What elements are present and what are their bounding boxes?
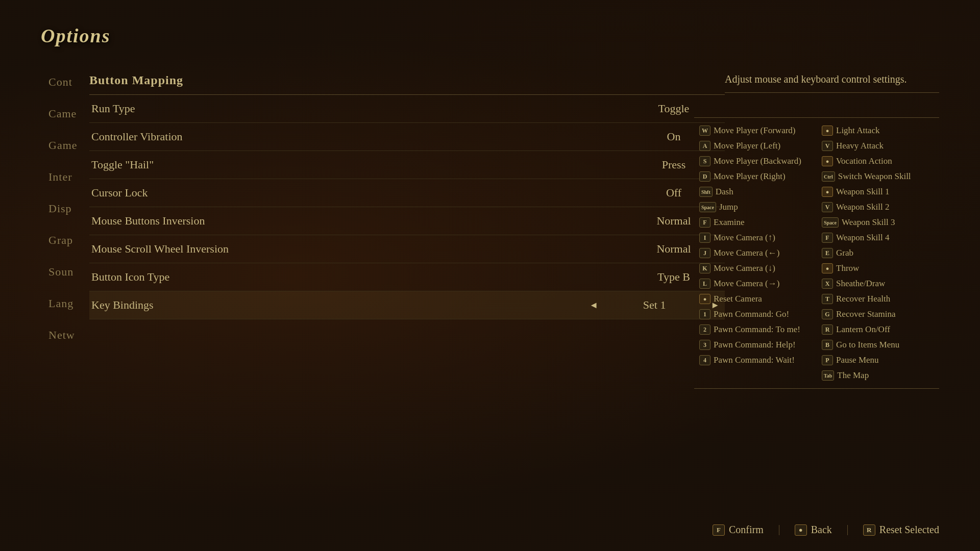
- key-tab: Tab: [822, 370, 834, 381]
- separator-1: [779, 525, 779, 535]
- keybinding-recover-stamina: G Recover Stamina: [822, 307, 934, 322]
- keybinding-dash: Shft Dash: [699, 184, 812, 199]
- key-r: R: [822, 324, 833, 335]
- keybinding-weapon-skill-3: Space Weapon Skill 3: [822, 215, 934, 230]
- keybinding-lantern: R Lantern On/Off: [822, 322, 934, 337]
- section-header: Button Mapping: [89, 66, 725, 95]
- keybinding-pawn-help: 3 Pawn Command: Help!: [699, 337, 812, 353]
- settings-value-key-bindings: Set 1: [603, 298, 705, 312]
- key-v-heavy: V: [822, 141, 833, 151]
- key-b: B: [822, 340, 833, 350]
- key-1: 1: [699, 309, 710, 319]
- key-k: K: [699, 263, 710, 273]
- key-t: T: [822, 294, 833, 304]
- settings-row-toggle-hail[interactable]: Toggle "Hail" Press: [89, 151, 725, 179]
- key-light-attack: ●: [822, 126, 833, 136]
- keybinding-reset-camera: ● Reset Camera: [699, 291, 812, 307]
- keybinding-pawn-go: 1 Pawn Command: Go!: [699, 307, 812, 322]
- keybinding-examine: F Examine: [699, 215, 812, 230]
- keybinding-pawn-wait: 4 Pawn Command: Wait!: [699, 353, 812, 368]
- keybinding-move-right: D Move Player (Right): [699, 169, 812, 184]
- keybinding-move-left: A Move Player (Left): [699, 138, 812, 154]
- description-text: Adjust mouse and keyboard control settin…: [725, 66, 939, 93]
- keybinding-recover-health: T Recover Health: [822, 291, 934, 307]
- settings-label-controller-vibration: Controller Vibration: [89, 130, 623, 143]
- settings-label-mouse-buttons: Mouse Buttons Inversion: [89, 214, 623, 228]
- bottom-bar: F Confirm ● Back R Reset Selected: [713, 524, 939, 536]
- key-s: S: [699, 156, 710, 166]
- settings-label-key-bindings: Key Bindings: [89, 298, 584, 312]
- key-l: L: [699, 279, 710, 289]
- key-space: Space: [699, 202, 716, 212]
- settings-label-run-type: Run Type: [89, 102, 623, 115]
- keybinding-camera-down: K Move Camera (↓): [699, 261, 812, 276]
- keybindings-left-col: W Move Player (Forward) A Move Player (L…: [694, 123, 817, 383]
- keybinding-move-forward: W Move Player (Forward): [699, 123, 812, 138]
- reset-selected-action[interactable]: R Reset Selected: [863, 524, 939, 536]
- key-throw: ●: [822, 263, 833, 273]
- keybinding-weapon-skill-4: F Weapon Skill 4: [822, 230, 934, 245]
- key-f-ws4: F: [822, 233, 833, 243]
- key-space-ws3: Space: [822, 217, 839, 228]
- settings-label-toggle-hail: Toggle "Hail": [89, 158, 623, 171]
- keybinding-heavy-attack: V Heavy Attack: [822, 138, 934, 154]
- keybinding-throw: ● Throw: [822, 261, 934, 276]
- settings-row-mouse-buttons[interactable]: Mouse Buttons Inversion Normal: [89, 207, 725, 235]
- sidebar-item-network[interactable]: Netw: [41, 319, 112, 351]
- keybinding-camera-left: J Move Camera (←): [699, 245, 812, 261]
- back-key: ●: [795, 524, 807, 536]
- keybinding-map: Tab The Map: [822, 368, 934, 383]
- keybinding-move-backward: S Move Player (Backward): [699, 154, 812, 169]
- settings-row-run-type[interactable]: Run Type Toggle: [89, 95, 725, 123]
- settings-label-cursor-lock: Cursor Lock: [89, 186, 623, 199]
- keybindings-panel: W Move Player (Forward) A Move Player (L…: [694, 117, 939, 389]
- key-f: F: [699, 217, 710, 228]
- key-ctrl: Ctrl: [822, 171, 835, 182]
- description-panel: Adjust mouse and keyboard control settin…: [725, 66, 939, 103]
- key-2: 2: [699, 324, 710, 335]
- key-reset-camera: ●: [699, 294, 710, 304]
- keybinding-light-attack: ● Light Attack: [822, 123, 934, 138]
- key-shift: Shft: [699, 187, 713, 197]
- keybinding-camera-right: L Move Camera (→): [699, 276, 812, 291]
- settings-row-cursor-lock[interactable]: Cursor Lock Off: [89, 179, 725, 207]
- key-d: D: [699, 171, 710, 182]
- settings-label-mouse-scroll: Mouse Scroll Wheel Inversion: [89, 242, 623, 256]
- separator-2: [847, 525, 848, 535]
- back-label: Back: [811, 524, 832, 536]
- keybinding-camera-up: I Move Camera (↑): [699, 230, 812, 245]
- key-e: E: [822, 248, 833, 258]
- key-vocation: ●: [822, 156, 833, 166]
- settings-label-button-icon: Button Icon Type: [89, 270, 623, 284]
- confirm-label: Confirm: [729, 524, 764, 536]
- key-g: G: [822, 309, 833, 319]
- arrow-left-icon[interactable]: ◄: [584, 300, 603, 311]
- key-v-ws2: V: [822, 202, 833, 212]
- keybinding-pause: P Pause Menu: [822, 353, 934, 368]
- key-p: P: [822, 355, 833, 365]
- key-3: 3: [699, 340, 710, 350]
- reset-key: R: [863, 524, 875, 536]
- page-title: Options: [41, 24, 110, 47]
- confirm-action[interactable]: F Confirm: [713, 524, 764, 536]
- settings-row-button-icon[interactable]: Button Icon Type Type B: [89, 263, 725, 291]
- settings-row-controller-vibration[interactable]: Controller Vibration On: [89, 123, 725, 151]
- keybinding-jump: Space Jump: [699, 199, 812, 215]
- keybinding-switch-weapon: Ctrl Switch Weapon Skill: [822, 169, 934, 184]
- keybinding-weapon-skill-1: ● Weapon Skill 1: [822, 184, 934, 199]
- back-action[interactable]: ● Back: [795, 524, 832, 536]
- settings-row-mouse-scroll[interactable]: Mouse Scroll Wheel Inversion Normal: [89, 235, 725, 263]
- key-a: A: [699, 141, 710, 151]
- key-w: W: [699, 126, 710, 136]
- key-j: J: [699, 248, 710, 258]
- keybinding-sheathe: X Sheathe/Draw: [822, 276, 934, 291]
- keybinding-weapon-skill-2: V Weapon Skill 2: [822, 199, 934, 215]
- confirm-key: F: [713, 524, 725, 536]
- reset-selected-label: Reset Selected: [879, 524, 939, 536]
- keybinding-vocation-action: ● Vocation Action: [822, 154, 934, 169]
- settings-row-key-bindings[interactable]: Key Bindings ◄ Set 1 ►: [89, 291, 725, 319]
- key-ws1: ●: [822, 187, 833, 197]
- keybinding-items-menu: B Go to Items Menu: [822, 337, 934, 353]
- keybinding-pawn-tome: 2 Pawn Command: To me!: [699, 322, 812, 337]
- keybindings-right-col: ● Light Attack V Heavy Attack ● Vocation…: [817, 123, 939, 383]
